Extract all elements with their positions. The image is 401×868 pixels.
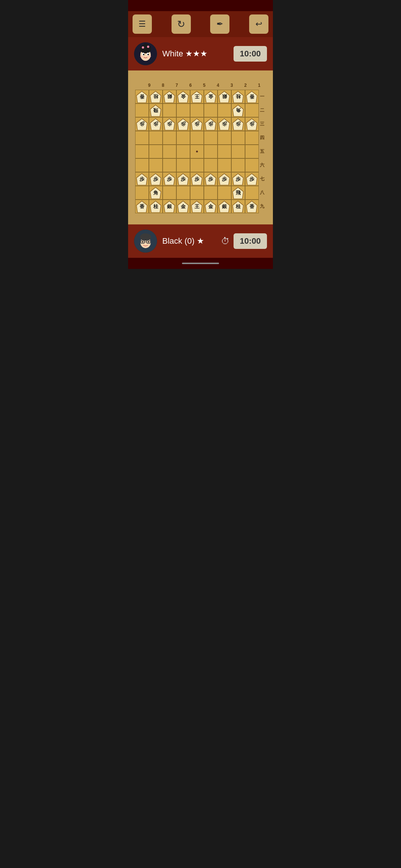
cell-5-2[interactable] <box>149 145 163 158</box>
cell-7-5[interactable]: 歩 <box>190 172 204 186</box>
cell-1-9[interactable]: 香 <box>245 90 259 103</box>
cell-5-3[interactable] <box>163 145 176 158</box>
cell-2-5[interactable] <box>190 103 204 117</box>
cell-2-3[interactable] <box>163 103 176 117</box>
cell-7-3[interactable]: 歩 <box>163 172 176 186</box>
shogi-piece[interactable]: 歩 <box>232 118 244 130</box>
cell-9-7[interactable]: 銀 <box>218 200 231 213</box>
shogi-piece[interactable]: 銀 <box>218 91 230 103</box>
cell-9-4[interactable]: 金 <box>176 200 190 213</box>
cell-3-1[interactable]: 歩 <box>135 117 149 131</box>
cell-6-2[interactable] <box>149 158 163 172</box>
shogi-piece[interactable]: 歩 <box>150 173 162 185</box>
cell-5-5[interactable] <box>190 145 204 158</box>
cell-2-1[interactable] <box>135 103 149 117</box>
cell-8-9[interactable] <box>245 186 259 200</box>
refresh-button[interactable]: ↻ <box>172 14 191 34</box>
cell-6-5[interactable] <box>190 158 204 172</box>
shogi-piece[interactable]: 香 <box>136 200 148 213</box>
cell-1-1[interactable]: 香 <box>135 90 149 103</box>
cell-7-9[interactable]: 歩 <box>245 172 259 186</box>
shogi-piece[interactable]: 香 <box>246 91 258 103</box>
cell-6-7[interactable] <box>218 158 231 172</box>
cell-1-4[interactable]: 金 <box>176 90 190 103</box>
shogi-piece[interactable]: 角 <box>150 187 162 199</box>
cell-4-6[interactable] <box>204 131 218 145</box>
shogi-piece[interactable]: 歩 <box>246 173 258 185</box>
cell-2-2[interactable]: 飛 <box>149 103 163 117</box>
cell-2-8[interactable]: 角 <box>231 103 245 117</box>
cell-1-3[interactable]: 銀 <box>163 90 176 103</box>
shogi-piece[interactable]: 飛 <box>150 104 162 116</box>
cell-3-8[interactable]: 歩 <box>231 117 245 131</box>
undo-button[interactable]: ↩ <box>249 14 268 34</box>
cell-8-6[interactable] <box>204 186 218 200</box>
cell-3-2[interactable]: 歩 <box>149 117 163 131</box>
cell-1-7[interactable]: 銀 <box>218 90 231 103</box>
cell-7-1[interactable]: 歩 <box>135 172 149 186</box>
cell-6-9[interactable] <box>245 158 259 172</box>
cell-9-1[interactable]: 香 <box>135 200 149 213</box>
cell-1-6[interactable]: 金 <box>204 90 218 103</box>
cell-4-1[interactable] <box>135 131 149 145</box>
cell-8-3[interactable] <box>163 186 176 200</box>
cell-6-6[interactable] <box>204 158 218 172</box>
cell-9-8[interactable]: 桂 <box>231 200 245 213</box>
cell-7-8[interactable]: 歩 <box>231 172 245 186</box>
shogi-piece[interactable]: 銀 <box>218 200 230 213</box>
cell-3-9[interactable]: 歩 <box>245 117 259 131</box>
cell-8-5[interactable] <box>190 186 204 200</box>
cell-7-6[interactable]: 歩 <box>204 172 218 186</box>
shogi-piece[interactable]: 歩 <box>218 118 230 130</box>
cell-5-6[interactable] <box>204 145 218 158</box>
cell-3-5[interactable]: 歩 <box>190 117 204 131</box>
shogi-piece[interactable]: 金 <box>177 200 189 213</box>
shogi-piece[interactable]: 角 <box>232 104 244 116</box>
shogi-piece[interactable]: 歩 <box>163 118 175 130</box>
shogi-piece[interactable]: 歩 <box>136 118 148 130</box>
cell-2-9[interactable] <box>245 103 259 117</box>
cell-4-7[interactable] <box>218 131 231 145</box>
cell-6-1[interactable] <box>135 158 149 172</box>
cell-5-1[interactable] <box>135 145 149 158</box>
cell-5-7[interactable] <box>218 145 231 158</box>
shogi-piece[interactable]: 歩 <box>191 118 203 130</box>
cell-6-8[interactable] <box>231 158 245 172</box>
cell-3-6[interactable]: 歩 <box>204 117 218 131</box>
cell-8-4[interactable] <box>176 186 190 200</box>
menu-button[interactable]: ☰ <box>133 14 152 34</box>
shogi-piece[interactable]: 歩 <box>136 173 148 185</box>
shogi-piece[interactable]: 金 <box>177 91 189 103</box>
cell-9-5[interactable]: 王 <box>190 200 204 213</box>
cell-7-2[interactable]: 歩 <box>149 172 163 186</box>
cell-4-5[interactable] <box>190 131 204 145</box>
shogi-piece[interactable]: 銀 <box>163 91 175 103</box>
shogi-piece[interactable]: 王 <box>191 200 203 213</box>
cell-4-4[interactable] <box>176 131 190 145</box>
shogi-piece[interactable]: 桂 <box>150 200 162 213</box>
shogi-piece[interactable]: 歩 <box>232 173 244 185</box>
cell-4-2[interactable] <box>149 131 163 145</box>
shogi-piece[interactable]: 金 <box>205 200 216 213</box>
shogi-piece[interactable]: 王 <box>191 91 203 103</box>
shogi-piece[interactable]: 歩 <box>205 118 216 130</box>
cell-6-3[interactable] <box>163 158 176 172</box>
cell-8-1[interactable] <box>135 186 149 200</box>
cell-5-9[interactable] <box>245 145 259 158</box>
shogi-piece[interactable]: 銀 <box>163 200 175 213</box>
cell-9-3[interactable]: 銀 <box>163 200 176 213</box>
cell-8-8[interactable]: 飛 <box>231 186 245 200</box>
cell-5-8[interactable] <box>231 145 245 158</box>
shogi-piece[interactable]: 歩 <box>246 118 258 130</box>
cell-2-4[interactable] <box>176 103 190 117</box>
shogi-piece[interactable]: 歩 <box>205 173 216 185</box>
shogi-piece[interactable]: 金 <box>205 91 216 103</box>
cell-8-2[interactable]: 角 <box>149 186 163 200</box>
shogi-piece[interactable]: 歩 <box>191 173 203 185</box>
cell-7-4[interactable]: 歩 <box>176 172 190 186</box>
shogi-piece[interactable]: 桂 <box>232 200 244 213</box>
cell-9-2[interactable]: 桂 <box>149 200 163 213</box>
cell-3-7[interactable]: 歩 <box>218 117 231 131</box>
cell-8-7[interactable] <box>218 186 231 200</box>
cell-5-4[interactable] <box>176 145 190 158</box>
